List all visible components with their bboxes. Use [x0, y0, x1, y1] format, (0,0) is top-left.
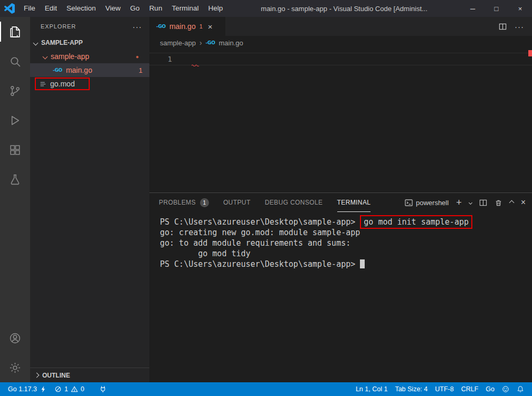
- status-eol[interactable]: CRLF: [458, 382, 482, 396]
- tree-item-go-mod[interactable]: go.mod: [30, 77, 149, 91]
- status-notifications[interactable]: [513, 382, 528, 396]
- bell-icon: [517, 385, 524, 393]
- activity-testing[interactable]: [0, 165, 30, 194]
- activity-explorer[interactable]: [0, 17, 30, 46]
- problems-count-badge: 1: [200, 198, 209, 207]
- menu-terminal[interactable]: Terminal: [167, 0, 203, 17]
- menu-selection[interactable]: Selection: [62, 0, 101, 17]
- menu-view[interactable]: View: [101, 0, 126, 17]
- file-tree: sample-app ● -GO main.go 1 go.mod: [30, 50, 149, 368]
- search-icon: [8, 55, 22, 68]
- tree-item-folder-sample-app[interactable]: sample-app ●: [30, 50, 149, 63]
- terminal-line: go: creating new go.mod: module sample-a…: [160, 227, 532, 238]
- editor-more-actions-button[interactable]: ···: [515, 23, 524, 31]
- terminal[interactable]: PS C:\Users\azureuser\Desktop\sample-app…: [149, 212, 532, 382]
- status-indentation[interactable]: Tab Size: 4: [391, 382, 431, 396]
- line-number: 1: [149, 55, 185, 63]
- lightning-icon: [40, 385, 47, 393]
- annotation-box-gomod: go.mod: [35, 78, 90, 90]
- chevron-down-icon: [43, 54, 48, 59]
- new-terminal-button[interactable]: +: [456, 198, 462, 207]
- menu-edit[interactable]: Edit: [40, 0, 62, 17]
- terminal-prompt: PS C:\Users\azureuser\Desktop\sample-app…: [160, 259, 360, 269]
- menu-help[interactable]: Help: [203, 0, 227, 17]
- chevron-down-icon[interactable]: [469, 200, 472, 204]
- status-go-version[interactable]: Go 1.17.3: [4, 382, 51, 396]
- chevron-right-icon: [34, 373, 40, 378]
- panel-tab-debug-console[interactable]: DEBUG CONSOLE: [265, 193, 323, 212]
- section-label: SAMPLE-APP: [41, 39, 83, 46]
- chevron-right-icon: ›: [200, 38, 202, 47]
- activity-source-control[interactable]: [0, 76, 30, 105]
- smiley-icon: [502, 385, 509, 393]
- panel-tab-problems[interactable]: PROBLEMS 1: [159, 193, 209, 212]
- go-file-icon: -GO: [53, 67, 62, 73]
- terminal-line: go mod tidy: [160, 248, 532, 259]
- error-squiggle: [192, 64, 199, 66]
- explorer-more-actions-button[interactable]: ···: [132, 23, 142, 31]
- shell-label: powershell: [416, 199, 449, 207]
- terminal-line: go: to add module requirements and sums:: [160, 238, 532, 248]
- folder-label: sample-app: [51, 52, 89, 61]
- trash-icon[interactable]: [495, 199, 502, 207]
- warning-icon: [71, 385, 78, 393]
- error-count: 1: [64, 385, 68, 393]
- problems-badge: 1: [139, 66, 142, 74]
- activity-run-debug[interactable]: [0, 105, 30, 135]
- window-title: main.go - sample-app - Visual Studio Cod…: [227, 5, 461, 13]
- chevron-up-icon[interactable]: [509, 200, 514, 205]
- activity-search[interactable]: [0, 46, 30, 76]
- panel-tab-output[interactable]: OUTPUT: [223, 193, 251, 212]
- activity-settings[interactable]: [0, 353, 30, 382]
- status-cursor-position[interactable]: Ln 1, Col 1: [352, 382, 391, 396]
- breadcrumb-file[interactable]: main.go: [218, 39, 243, 47]
- split-terminal-icon[interactable]: [479, 199, 487, 207]
- vscode-window: File Edit Selection View Go Run Terminal…: [0, 0, 532, 396]
- tree-item-main-go[interactable]: -GO main.go 1: [30, 63, 149, 77]
- menu-run[interactable]: Run: [145, 0, 167, 17]
- file-label: main.go: [66, 66, 92, 74]
- status-language[interactable]: Go: [482, 382, 498, 396]
- tab-main-go[interactable]: -GO main.go 1 ×: [149, 17, 225, 36]
- go-version-label: Go 1.17.3: [8, 385, 37, 393]
- terminal-cursor: [360, 259, 365, 268]
- close-panel-button[interactable]: ×: [521, 198, 526, 207]
- editor[interactable]: 1: [149, 50, 532, 192]
- menu-file[interactable]: File: [19, 0, 40, 17]
- status-ports[interactable]: [96, 382, 110, 396]
- vscode-logo-icon: [0, 3, 19, 14]
- file-label: go.mod: [50, 80, 75, 88]
- breadcrumb: sample-app › -GO main.go: [149, 36, 532, 50]
- menu-go[interactable]: Go: [126, 0, 145, 17]
- warning-count: 0: [81, 385, 84, 393]
- language-label: Go: [486, 385, 495, 393]
- activity-bar: [0, 17, 30, 382]
- tab-close-button[interactable]: ×: [208, 22, 213, 31]
- overview-ruler-error-marker: [528, 50, 532, 56]
- explorer-section-header[interactable]: SAMPLE-APP: [30, 36, 149, 50]
- status-bar: Go 1.17.3 1 0 Ln 1, Col 1 Tab Size: 4: [0, 382, 532, 396]
- status-problems[interactable]: 1 0: [51, 382, 88, 396]
- code-line-1: 1: [149, 53, 532, 65]
- activity-extensions[interactable]: [0, 135, 30, 165]
- activity-accounts[interactable]: [0, 323, 30, 353]
- maximize-button[interactable]: □: [484, 0, 508, 17]
- status-feedback[interactable]: [498, 382, 513, 396]
- editor-tab-bar: -GO main.go 1 × ···: [149, 17, 532, 36]
- annotation-box-command: go mod init sample-app: [360, 215, 472, 229]
- terminal-shell-selector[interactable]: powershell: [405, 199, 449, 207]
- panel-tab-terminal[interactable]: TERMINAL: [337, 193, 371, 212]
- status-encoding[interactable]: UTF-8: [431, 382, 457, 396]
- menu-bar: File Edit Selection View Go Run Terminal…: [19, 0, 227, 17]
- breadcrumb-folder[interactable]: sample-app: [160, 39, 196, 47]
- split-editor-icon[interactable]: [499, 23, 507, 31]
- chevron-down-icon: [33, 40, 39, 45]
- panel-header: PROBLEMS 1 OUTPUT DEBUG CONSOLE TERMINAL: [149, 193, 532, 212]
- encoding-label: UTF-8: [435, 385, 453, 393]
- close-window-button[interactable]: ×: [508, 0, 532, 17]
- outline-section-header[interactable]: OUTLINE: [30, 368, 149, 382]
- terminal-text: go mod tidy: [160, 249, 251, 258]
- bottom-panel: PROBLEMS 1 OUTPUT DEBUG CONSOLE TERMINAL: [149, 192, 532, 382]
- minimize-button[interactable]: ─: [461, 0, 484, 17]
- title-bar: File Edit Selection View Go Run Terminal…: [0, 0, 532, 17]
